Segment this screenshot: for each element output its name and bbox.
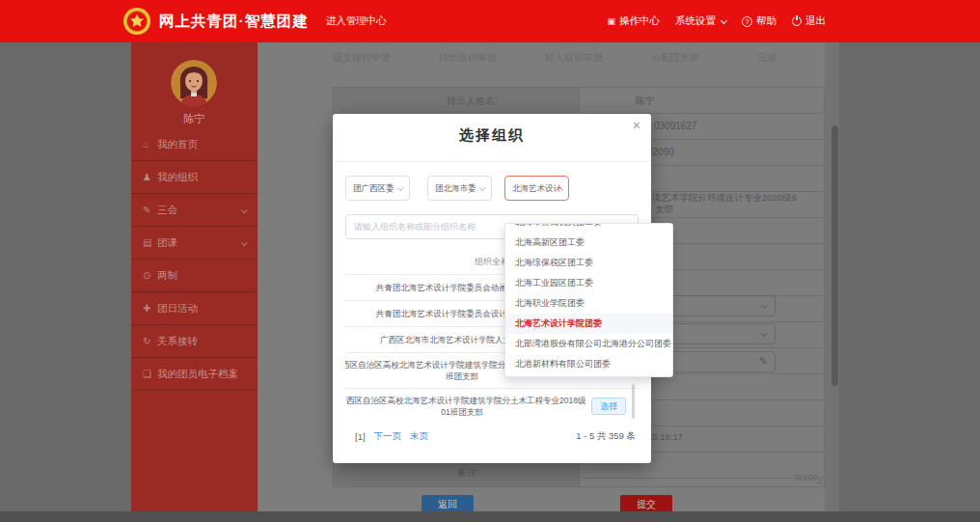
divider [333,161,651,162]
transfer-icon: ↻ [143,336,157,346]
courses-icon: ▤ [143,237,157,248]
province-select[interactable]: 团广西区委 [345,176,410,201]
header-nav: ▣ 操作中心 系统设置 ? 帮助 退出 [607,14,826,28]
form-value-name: 陈宁 [636,95,655,108]
avatar [171,60,217,106]
pagination-summary: 1 - 5 共 359 条 [576,430,636,443]
chevron-down-icon [241,239,247,245]
league-emblem-logo [122,7,151,36]
help-link[interactable]: ? 帮助 [742,14,776,28]
page-scrollbar-thumb[interactable] [831,125,838,386]
organization-dropdown-panel: 北海市直属机关团工委北海高新区团工委北海综保税区团工委北海工业园区团工委北海职业… [504,223,673,377]
chevron-down-icon [479,184,485,190]
org-name-line: 01班团支部 [441,406,482,418]
form-value-org-line2: 支部 [655,204,673,216]
help-icon: ? [742,16,752,27]
step-label: 提交接转申请 [333,51,391,65]
archive-icon: ❏ [143,369,157,379]
dropdown-option[interactable]: 北海城市建设投资发展有限公司团委 [505,374,672,377]
page-scrollbar-track[interactable] [825,42,839,522]
city-select[interactable]: 团北海市委 [427,176,492,201]
table-row[interactable]: 广西区自治区高校北海艺术设计学院建筑学院分土木工程专业2018级01班团支部 选… [345,389,639,422]
monitor-icon: ▣ [607,16,615,26]
form-value-id: 03091627 [654,121,697,131]
site-title: 网上共青团·智慧团建 [159,12,309,32]
dropdown-option[interactable]: 北港新材料有限公司团委 [505,354,672,374]
enter-admin-center-link[interactable]: 进入管理中心 [326,14,387,28]
sidebar-menu: ⌂ 我的首页 ♟ 我的组织 ✎ 三会 ▤ 团课 ⊙ 两制 [131,128,258,391]
step-label: 完成 [757,51,776,65]
sidebar-item[interactable]: ✚ 团日活动 [131,292,258,325]
dropdown-option[interactable]: 北海高新区团工委 [505,233,672,253]
page-number[interactable]: [1] [355,431,366,442]
sidebar-item[interactable]: ❏ 我的团员电子档案 [131,358,258,391]
chevron-down-icon [721,16,727,23]
pagination: [1] 下一页 末页 1 - 5 共 359 条 [355,428,636,444]
chevron-down-icon [241,206,247,212]
sidebar-item[interactable]: ♟ 我的组织 [131,161,258,194]
chevron-down-icon [397,184,403,190]
meetings-icon: ✎ [143,205,157,215]
operation-center-link[interactable]: ▣ 操作中心 [607,14,660,28]
dropdown-option[interactable]: 北海工业园区团工委 [505,273,672,293]
home-icon: ⌂ [143,139,157,150]
organization-select-active[interactable]: 北海艺术设计 [504,176,569,201]
two-systems-icon: ⊙ [143,270,157,281]
league-day-icon: ✚ [143,303,157,314]
form-value-time: 15:16:17 [647,431,683,442]
sidebar: 陈宁 ⌂ 我的首页 ♟ 我的组织 ✎ 三会 ▤ 团课 [131,42,258,522]
pick-button[interactable]: 选择 [591,398,626,415]
dropdown-option[interactable]: 北部湾港股份有限公司北海港分公司团委 [505,334,672,354]
dropdown-option[interactable]: 北海职业学院团委 [505,293,672,314]
sidebar-item[interactable]: ▤ 团课 [131,227,258,260]
form-value-org-line1: 境艺术学院分环境设计专业2020级6 [652,192,797,205]
edit-pencil-icon: ✎ [759,355,768,368]
form-label-out-name: 转出人姓名: [447,95,498,108]
step-label: 分配团支部 [651,51,699,65]
sidebar-username: 陈宁 [131,112,258,126]
sidebar-item[interactable]: ↻ 关系接转 [131,325,258,358]
bottom-bar [0,511,980,522]
list-scrollbar-thumb[interactable] [632,384,635,419]
modal-title: 选择组织 [333,126,651,145]
system-settings-menu[interactable]: 系统设置 [675,14,726,28]
step-label: 转出组织审批 [439,51,497,65]
sidebar-item[interactable]: ✎ 三会 [131,194,258,227]
resize-handle-icon [815,478,822,484]
chevron-down-icon [761,330,768,337]
last-page-link[interactable]: 末页 [410,430,428,443]
power-icon [792,16,802,26]
step-label: 转入组织审批 [545,51,603,65]
next-page-link[interactable]: 下一页 [374,430,402,443]
dropdown-option[interactable]: 北海综保税区团工委 [505,253,672,273]
organization-icon: ♟ [143,172,157,182]
top-header-bar: 网上共青团·智慧团建 进入管理中心 ▣ 操作中心 系统设置 ? 帮助 退出 [0,0,980,42]
dropdown-option[interactable]: 北海艺术设计学院团委 [505,314,672,334]
dropdown-option[interactable]: 北海市直属机关团工委 [505,223,672,233]
org-name-line: 广西区自治区高校北海艺术设计学院建筑学院分土木工程专业2018级 [345,395,585,406]
chevron-down-icon [761,302,768,309]
logout-link[interactable]: 退出 [792,14,826,28]
form-label-note: 备注: [457,466,479,480]
org-name-line: 班团支部 [446,371,478,382]
sidebar-item[interactable]: ⊙ 两制 [131,260,258,292]
sidebar-item[interactable]: ⌂ 我的首页 [131,128,258,161]
form-value-code: 32090 [647,147,674,157]
